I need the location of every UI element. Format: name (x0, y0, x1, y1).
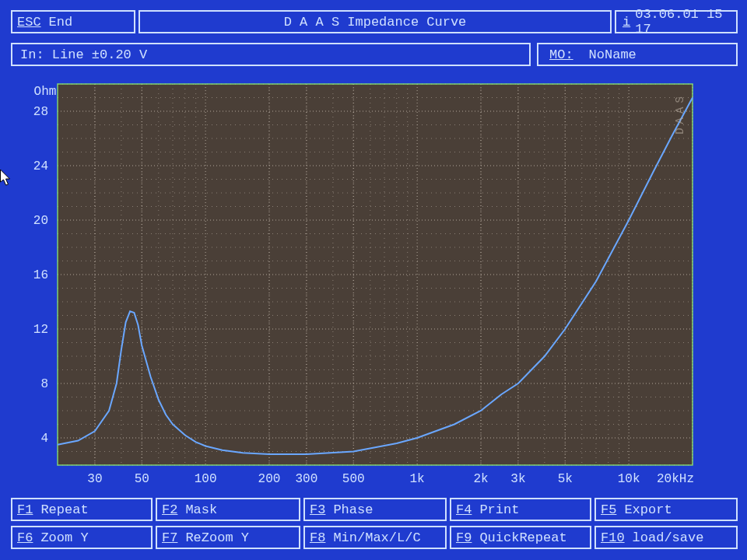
mouse-cursor-icon (0, 170, 12, 187)
svg-text:50: 50 (135, 472, 149, 486)
svg-text:5k: 5k (558, 472, 573, 486)
f2-label: Mask (185, 502, 217, 517)
svg-text:100: 100 (195, 472, 217, 486)
f1-key: F1 (17, 502, 33, 517)
f10-loadsave-button[interactable]: F10 load/save (594, 526, 738, 549)
mo-key-label: MO: (549, 47, 573, 62)
impedance-chart: Ohm48121620242830501002003005001k2k3k5k1… (11, 78, 737, 490)
mo-panel: MO: NoName (537, 43, 738, 66)
f5-label: Export (624, 502, 672, 517)
input-line-text: In: Line ±0.20 V (20, 47, 147, 62)
f5-export-button[interactable]: F5 Export (594, 498, 738, 521)
f9-label: QuickRepeat (479, 530, 566, 545)
app-title: D A A S Impedance Curve (284, 15, 467, 30)
svg-text:DAAS: DAAS (674, 93, 686, 135)
f3-phase-button[interactable]: F3 Phase (303, 498, 447, 521)
svg-text:24: 24 (33, 159, 48, 173)
f10-label: load/save (633, 530, 704, 545)
input-status-panel: In: Line ±0.20 V (11, 43, 531, 66)
f7-rezoom-y-button[interactable]: F7 ReZoom Y (156, 526, 300, 549)
f4-key: F4 (456, 502, 472, 517)
mo-name-text: NoName (589, 47, 637, 62)
f3-label: Phase (333, 502, 373, 517)
f4-label: Print (479, 502, 519, 517)
app-title-bar: D A A S Impedance Curve (139, 10, 612, 33)
f1-repeat-button[interactable]: F1 Repeat (11, 498, 153, 521)
f3-key: F3 (310, 502, 325, 517)
f9-key: F9 (456, 530, 472, 545)
svg-text:10k: 10k (618, 472, 640, 486)
datetime-text: 03.06.01 15 17 (635, 7, 730, 37)
svg-text:16: 16 (33, 268, 48, 282)
f7-label: ReZoom Y (185, 530, 249, 545)
svg-text:28: 28 (33, 105, 48, 119)
f8-label: Min/Max/L/C (333, 530, 420, 545)
svg-text:2k: 2k (473, 472, 488, 486)
f7-key: F7 (162, 530, 177, 545)
svg-text:12: 12 (33, 323, 48, 337)
datetime-panel: i 03.06.01 15 17 (615, 10, 738, 33)
f6-zoom-y-button[interactable]: F6 Zoom Y (11, 526, 153, 549)
f8-minmaxlc-button[interactable]: F8 Min/Max/L/C (303, 526, 447, 549)
svg-text:20kHz: 20kHz (657, 472, 694, 486)
svg-text:Ohm: Ohm (34, 85, 57, 99)
svg-text:20: 20 (33, 214, 48, 228)
f6-label: Zoom Y (40, 530, 88, 545)
svg-text:300: 300 (295, 472, 317, 486)
svg-text:200: 200 (258, 472, 281, 486)
f10-key: F10 (601, 530, 625, 545)
esc-button[interactable]: ESC End (11, 10, 135, 33)
f6-key: F6 (17, 530, 33, 545)
f1-label: Repeat (40, 502, 88, 517)
svg-text:30: 30 (87, 472, 102, 486)
f4-print-button[interactable]: F4 Print (450, 498, 591, 521)
f9-quickrepeat-button[interactable]: F9 QuickRepeat (450, 526, 591, 549)
f8-key: F8 (310, 530, 325, 545)
svg-text:4: 4 (40, 432, 48, 446)
f2-key: F2 (162, 502, 177, 517)
esc-end-label: End (49, 15, 73, 30)
esc-key-label: ESC (17, 15, 41, 30)
f2-mask-button[interactable]: F2 Mask (156, 498, 300, 521)
f5-key: F5 (601, 502, 616, 517)
svg-text:8: 8 (40, 377, 48, 391)
svg-text:500: 500 (342, 472, 365, 486)
svg-text:1k: 1k (410, 472, 425, 486)
info-icon: i (622, 15, 630, 30)
svg-text:3k: 3k (510, 472, 525, 486)
